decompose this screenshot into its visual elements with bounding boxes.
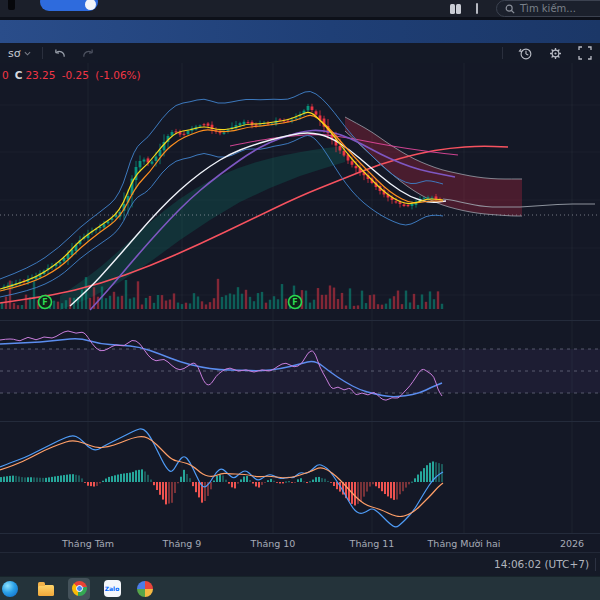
legend-change-pct: (-1.06%) xyxy=(95,69,140,81)
toolbar-right-group xyxy=(502,46,594,61)
cloud-bullish xyxy=(60,146,345,310)
blue-banner xyxy=(0,20,600,43)
toggle-pill[interactable] xyxy=(40,0,98,11)
bar-icon[interactable] xyxy=(466,2,488,16)
legend-close-value: 23.25 xyxy=(25,69,55,81)
topbar-right: Tìm kiếm... xyxy=(444,0,600,17)
clock: 14:06:02 (UTC+7) xyxy=(494,558,589,570)
photos-icon xyxy=(137,581,153,597)
browser-topbar: Tìm kiếm... xyxy=(0,0,600,17)
gear-icon xyxy=(548,46,563,61)
time-axis-label: Tháng 9 xyxy=(163,538,202,549)
chrome-icon xyxy=(72,581,87,596)
time-axis-label: Tháng 10 xyxy=(251,538,296,549)
redo-button[interactable] xyxy=(81,47,96,60)
search-icon xyxy=(505,4,515,14)
time-axis-label: Tháng 11 xyxy=(350,538,395,549)
timeframe-button[interactable]: sơ xyxy=(6,47,33,60)
undo-button[interactable] xyxy=(52,47,67,60)
taskbar-icon-zalo[interactable]: Zalo xyxy=(101,578,123,600)
columns-bar-left xyxy=(450,4,455,14)
time-axis-label: 2026 xyxy=(560,538,584,549)
time-axis-label: Tháng Tám xyxy=(62,538,114,549)
status-bar: 14:06:02 (UTC+7) xyxy=(0,552,600,576)
taskbar-icon-edge[interactable] xyxy=(2,578,24,600)
chevron-down-icon xyxy=(24,51,31,56)
zalo-icon: Zalo xyxy=(104,580,121,597)
chart-canvas[interactable]: FF xyxy=(0,63,600,533)
bar-replay-button[interactable] xyxy=(518,46,533,61)
svg-text:F: F xyxy=(292,298,297,307)
event-marker: F xyxy=(289,296,302,309)
toolbar-divider xyxy=(42,47,43,59)
rsi-band-layer xyxy=(0,349,600,393)
edge-icon xyxy=(2,581,18,597)
macd-histogram-layer xyxy=(0,461,443,505)
taskbar-icon-photos[interactable] xyxy=(134,578,156,600)
legend-prefix: 0 xyxy=(2,69,9,81)
replay-clock-icon xyxy=(518,46,533,61)
chart-toolbar: sơ xyxy=(0,43,600,63)
columns-icon[interactable] xyxy=(444,2,466,16)
toggle-knob-icon xyxy=(85,0,96,10)
bar-glyph xyxy=(476,3,478,14)
columns-bar-right xyxy=(456,4,461,14)
folder-icon xyxy=(38,585,54,596)
timeframe-label: sơ xyxy=(8,47,20,60)
event-marker: F xyxy=(39,296,52,309)
legend-change: -0.25 xyxy=(62,69,89,81)
screen: Tìm kiếm... sơ xyxy=(0,0,600,600)
legend-close-label: C xyxy=(15,69,23,81)
settings-button[interactable] xyxy=(548,46,563,61)
taskbar-icon-chrome[interactable] xyxy=(68,578,90,600)
chart-area: FF 0C23.25 -0.25 (-1.06%) xyxy=(0,63,600,533)
time-axis-label: Tháng Mười hai xyxy=(428,538,501,549)
statusbar-divider xyxy=(595,558,596,571)
taskbar: Zalo xyxy=(0,576,600,600)
svg-text:F: F xyxy=(42,298,47,307)
fullscreen-icon xyxy=(578,46,592,60)
undo-icon xyxy=(52,47,67,60)
fullscreen-button[interactable] xyxy=(578,46,592,60)
redo-icon xyxy=(81,47,96,60)
time-axis[interactable]: Tháng TámTháng 9Tháng 10Tháng 11Tháng Mư… xyxy=(0,533,600,552)
search-box[interactable]: Tìm kiếm... xyxy=(496,0,600,17)
search-placeholder: Tìm kiếm... xyxy=(520,3,576,14)
taskbar-icon-file-explorer[interactable] xyxy=(35,578,57,600)
toolbar-right-divider xyxy=(502,47,503,59)
window-fragment xyxy=(8,0,15,10)
price-legend: 0C23.25 -0.25 (-1.06%) xyxy=(2,69,144,81)
